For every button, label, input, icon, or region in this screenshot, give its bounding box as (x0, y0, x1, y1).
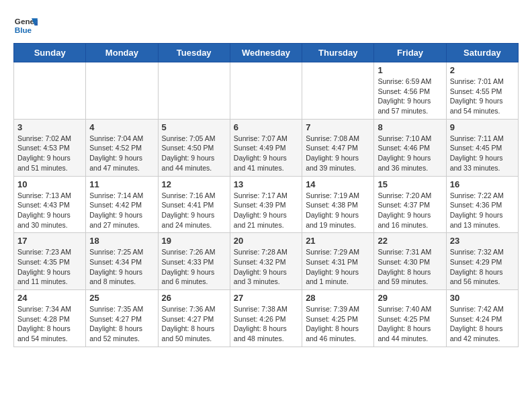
calendar-cell: 9Sunrise: 7:11 AM Sunset: 4:45 PM Daylig… (446, 119, 518, 176)
day-info: Sunrise: 7:14 AM Sunset: 4:42 PM Dayligh… (89, 191, 154, 230)
calendar-cell: 25Sunrise: 7:35 AM Sunset: 4:27 PM Dayli… (86, 290, 158, 347)
day-info: Sunrise: 7:39 AM Sunset: 4:25 PM Dayligh… (306, 304, 370, 344)
calendar-cell: 26Sunrise: 7:36 AM Sunset: 4:27 PM Dayli… (158, 290, 230, 347)
day-info: Sunrise: 7:23 AM Sunset: 4:35 PM Dayligh… (17, 247, 82, 287)
day-info: Sunrise: 7:13 AM Sunset: 4:43 PM Dayligh… (17, 191, 82, 230)
day-number: 24 (17, 293, 82, 303)
day-info: Sunrise: 7:11 AM Sunset: 4:45 PM Dayligh… (450, 134, 515, 173)
day-number: 12 (162, 179, 226, 189)
day-number: 30 (450, 293, 515, 303)
calendar-cell: 2Sunrise: 7:01 AM Sunset: 4:55 PM Daylig… (446, 62, 518, 120)
day-info: Sunrise: 7:31 AM Sunset: 4:30 PM Dayligh… (378, 247, 442, 287)
day-info: Sunrise: 7:08 AM Sunset: 4:47 PM Dayligh… (306, 134, 370, 173)
calendar-cell: 30Sunrise: 7:42 AM Sunset: 4:24 PM Dayli… (446, 290, 518, 347)
calendar-cell: 24Sunrise: 7:34 AM Sunset: 4:28 PM Dayli… (14, 290, 86, 347)
calendar-cell: 8Sunrise: 7:10 AM Sunset: 4:46 PM Daylig… (374, 119, 446, 176)
calendar-cell: 17Sunrise: 7:23 AM Sunset: 4:35 PM Dayli… (14, 233, 86, 290)
day-number: 1 (378, 65, 442, 75)
day-info: Sunrise: 7:38 AM Sunset: 4:26 PM Dayligh… (234, 304, 298, 344)
calendar-week-row: 17Sunrise: 7:23 AM Sunset: 4:35 PM Dayli… (14, 233, 519, 290)
calendar-cell: 13Sunrise: 7:17 AM Sunset: 4:39 PM Dayli… (230, 176, 302, 233)
day-of-week-header: Saturday (446, 44, 518, 62)
day-info: Sunrise: 7:40 AM Sunset: 4:25 PM Dayligh… (378, 304, 442, 344)
calendar-cell: 4Sunrise: 7:04 AM Sunset: 4:52 PM Daylig… (86, 119, 158, 176)
calendar-cell: 5Sunrise: 7:05 AM Sunset: 4:50 PM Daylig… (158, 119, 230, 176)
day-number: 10 (17, 179, 82, 189)
day-number: 17 (17, 236, 82, 246)
day-number: 25 (89, 293, 154, 303)
day-info: Sunrise: 7:35 AM Sunset: 4:27 PM Dayligh… (89, 304, 154, 344)
logo: General Blue (13, 13, 38, 38)
svg-text:Blue: Blue (15, 26, 32, 34)
calendar-cell: 20Sunrise: 7:28 AM Sunset: 4:32 PM Dayli… (230, 233, 302, 290)
calendar-cell: 15Sunrise: 7:20 AM Sunset: 4:37 PM Dayli… (374, 176, 446, 233)
day-number: 26 (162, 293, 226, 303)
day-of-week-header: Friday (374, 44, 446, 62)
day-number: 8 (378, 122, 442, 132)
day-number: 22 (378, 236, 442, 246)
day-number: 29 (378, 293, 442, 303)
calendar-cell: 23Sunrise: 7:32 AM Sunset: 4:29 PM Dayli… (446, 233, 518, 290)
calendar-cell: 28Sunrise: 7:39 AM Sunset: 4:25 PM Dayli… (302, 290, 374, 347)
logo-icon: General Blue (13, 13, 38, 38)
calendar-week-row: 1Sunrise: 6:59 AM Sunset: 4:56 PM Daylig… (14, 62, 519, 120)
calendar-cell: 21Sunrise: 7:29 AM Sunset: 4:31 PM Dayli… (302, 233, 374, 290)
calendar-cell: 22Sunrise: 7:31 AM Sunset: 4:30 PM Dayli… (374, 233, 446, 290)
day-number: 19 (162, 236, 226, 246)
day-number: 23 (450, 236, 515, 246)
calendar-cell: 6Sunrise: 7:07 AM Sunset: 4:49 PM Daylig… (230, 119, 302, 176)
day-number: 4 (89, 122, 154, 132)
day-info: Sunrise: 7:02 AM Sunset: 4:53 PM Dayligh… (17, 134, 82, 173)
calendar-cell: 27Sunrise: 7:38 AM Sunset: 4:26 PM Dayli… (230, 290, 302, 347)
calendar-week-row: 24Sunrise: 7:34 AM Sunset: 4:28 PM Dayli… (14, 290, 519, 347)
day-info: Sunrise: 7:07 AM Sunset: 4:49 PM Dayligh… (234, 134, 298, 173)
day-number: 11 (89, 179, 154, 189)
day-number: 3 (17, 122, 82, 132)
day-info: Sunrise: 7:19 AM Sunset: 4:38 PM Dayligh… (306, 191, 370, 230)
day-info: Sunrise: 7:28 AM Sunset: 4:32 PM Dayligh… (234, 247, 298, 287)
calendar-cell: 11Sunrise: 7:14 AM Sunset: 4:42 PM Dayli… (86, 176, 158, 233)
day-info: Sunrise: 7:25 AM Sunset: 4:34 PM Dayligh… (89, 247, 154, 287)
calendar-cell (86, 62, 158, 120)
day-info: Sunrise: 7:01 AM Sunset: 4:55 PM Dayligh… (450, 77, 515, 116)
calendar-cell: 10Sunrise: 7:13 AM Sunset: 4:43 PM Dayli… (14, 176, 86, 233)
day-of-week-header: Monday (86, 44, 158, 62)
day-number: 6 (234, 122, 298, 132)
day-info: Sunrise: 6:59 AM Sunset: 4:56 PM Dayligh… (378, 77, 442, 116)
day-number: 5 (162, 122, 226, 132)
calendar-cell: 16Sunrise: 7:22 AM Sunset: 4:36 PM Dayli… (446, 176, 518, 233)
calendar-cell: 18Sunrise: 7:25 AM Sunset: 4:34 PM Dayli… (86, 233, 158, 290)
day-info: Sunrise: 7:36 AM Sunset: 4:27 PM Dayligh… (162, 304, 226, 344)
calendar-cell: 12Sunrise: 7:16 AM Sunset: 4:41 PM Dayli… (158, 176, 230, 233)
calendar-cell (158, 62, 230, 120)
day-number: 13 (234, 179, 298, 189)
day-info: Sunrise: 7:22 AM Sunset: 4:36 PM Dayligh… (450, 191, 515, 230)
day-number: 9 (450, 122, 515, 132)
day-number: 28 (306, 293, 370, 303)
day-number: 20 (234, 236, 298, 246)
day-info: Sunrise: 7:29 AM Sunset: 4:31 PM Dayligh… (306, 247, 370, 287)
day-number: 16 (450, 179, 515, 189)
day-number: 2 (450, 65, 515, 75)
day-number: 15 (378, 179, 442, 189)
day-number: 7 (306, 122, 370, 132)
calendar-cell (14, 62, 86, 120)
day-info: Sunrise: 7:26 AM Sunset: 4:33 PM Dayligh… (162, 247, 226, 287)
day-info: Sunrise: 7:34 AM Sunset: 4:28 PM Dayligh… (17, 304, 82, 344)
day-info: Sunrise: 7:05 AM Sunset: 4:50 PM Dayligh… (162, 134, 226, 173)
day-of-week-header: Wednesday (230, 44, 302, 62)
calendar-week-row: 3Sunrise: 7:02 AM Sunset: 4:53 PM Daylig… (14, 119, 519, 176)
calendar-cell (302, 62, 374, 120)
calendar-cell: 7Sunrise: 7:08 AM Sunset: 4:47 PM Daylig… (302, 119, 374, 176)
calendar-cell: 19Sunrise: 7:26 AM Sunset: 4:33 PM Dayli… (158, 233, 230, 290)
day-info: Sunrise: 7:42 AM Sunset: 4:24 PM Dayligh… (450, 304, 515, 344)
day-of-week-header: Thursday (302, 44, 374, 62)
calendar-cell: 29Sunrise: 7:40 AM Sunset: 4:25 PM Dayli… (374, 290, 446, 347)
calendar-cell: 14Sunrise: 7:19 AM Sunset: 4:38 PM Dayli… (302, 176, 374, 233)
day-info: Sunrise: 7:17 AM Sunset: 4:39 PM Dayligh… (234, 191, 298, 230)
day-number: 21 (306, 236, 370, 246)
day-number: 14 (306, 179, 370, 189)
day-info: Sunrise: 7:04 AM Sunset: 4:52 PM Dayligh… (89, 134, 154, 173)
calendar-cell: 3Sunrise: 7:02 AM Sunset: 4:53 PM Daylig… (14, 119, 86, 176)
day-number: 27 (234, 293, 298, 303)
